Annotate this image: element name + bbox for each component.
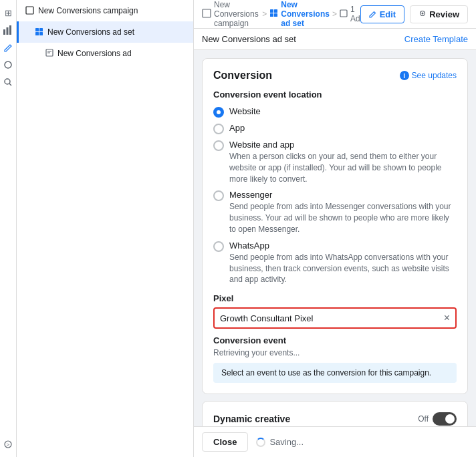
svg-rect-12 — [39, 32, 43, 35]
radio-app[interactable]: App — [213, 123, 457, 134]
grid-icon[interactable]: ⊞ — [1, 5, 15, 20]
radio-app-label-group: App — [229, 123, 245, 133]
edit-button[interactable]: Edit — [360, 5, 405, 23]
svg-line-5 — [9, 84, 11, 86]
sidebar-icons: ⊞ > — [0, 0, 17, 457]
adset-name-display: New Conversions ad set — [202, 34, 296, 44]
svg-rect-11 — [35, 32, 39, 35]
dynamic-creative-toggle[interactable] — [433, 412, 457, 426]
breadcrumb-adset-icon — [269, 9, 278, 19]
form-area: Conversion i See updates Conversion even… — [194, 50, 476, 426]
search-icon[interactable] — [1, 75, 15, 90]
radio-messenger[interactable]: Messenger Send people from ads into Mess… — [213, 190, 457, 235]
radio-messenger-label: Messenger — [229, 190, 457, 200]
radio-website-app-btn[interactable] — [213, 140, 224, 151]
radio-whatsapp[interactable]: WhatsApp Send people from ads into Whats… — [213, 241, 457, 285]
svg-point-23 — [422, 13, 424, 15]
top-bar-actions: Edit Review — [360, 5, 468, 23]
conversion-event-label: Conversion event — [213, 335, 457, 345]
breadcrumb: New Conversions campaign > New Conversio… — [202, 0, 360, 28]
pixel-clear-button[interactable]: × — [444, 313, 450, 323]
svg-rect-2 — [9, 25, 11, 35]
bar-chart-icon[interactable] — [1, 23, 15, 37]
pixel-label: Pixel — [213, 293, 457, 303]
svg-rect-16 — [203, 9, 211, 17]
svg-rect-0 — [3, 29, 5, 35]
svg-rect-19 — [270, 13, 273, 17]
campaign-label: New Conversions campaign — [38, 6, 174, 15]
saving-label: Saving... — [269, 437, 304, 447]
radio-whatsapp-label: WhatsApp — [229, 241, 457, 251]
close-button[interactable]: Close — [202, 432, 248, 452]
adset-name-bar: New Conversions ad set Create Template — [194, 29, 476, 50]
dynamic-creative-header: Dynamic creative Off — [213, 412, 457, 426]
radio-messenger-desc: Send people from ads into Messenger conv… — [229, 201, 457, 235]
campaign-tree-item[interactable]: New Conversions campaign ··· — [17, 0, 193, 21]
breadcrumb-adset[interactable]: New Conversions ad set — [281, 0, 330, 28]
main-content: New Conversions campaign > New Conversio… — [194, 0, 476, 457]
radio-website-app-label: Website and app — [229, 140, 457, 150]
radio-app-label: App — [229, 123, 245, 133]
review-button[interactable]: Review — [410, 5, 468, 23]
create-template-link[interactable]: Create Template — [404, 34, 468, 44]
expand-icon[interactable]: > — [1, 437, 15, 452]
svg-rect-21 — [340, 10, 347, 17]
breadcrumb-ad-icon — [340, 9, 348, 19]
retrieving-text: Retrieving your events... — [213, 348, 457, 357]
breadcrumb-campaign[interactable]: New Conversions campaign — [214, 0, 259, 28]
breadcrumb-ad[interactable]: 1 Ad — [350, 5, 360, 23]
pixel-input-wrapper[interactable]: Growth Consultant Pixel × — [213, 307, 457, 329]
radio-website-label: Website — [229, 106, 261, 116]
radio-messenger-label-group: Messenger Send people from ads into Mess… — [229, 190, 457, 235]
radio-whatsapp-label-group: WhatsApp Send people from ads into Whats… — [229, 241, 457, 285]
breadcrumb-sep-2: > — [332, 9, 337, 19]
radio-website-label-group: Website — [229, 106, 261, 116]
toggle-wrapper: Off — [418, 412, 457, 426]
radio-website-app[interactable]: Website and app When a person clicks on … — [213, 140, 457, 184]
conversion-card: Conversion i See updates Conversion even… — [202, 58, 468, 394]
svg-text:>: > — [7, 442, 10, 448]
top-bar: New Conversions campaign > New Conversio… — [194, 0, 476, 29]
saving-spinner — [256, 438, 265, 447]
adset-icon — [35, 27, 43, 37]
conversion-info-box: Select an event to use as the conversion… — [213, 363, 457, 383]
pixel-value: Growth Consultant Pixel — [220, 313, 313, 323]
saving-wrapper: Saving... — [256, 437, 304, 447]
breadcrumb-sep-1: > — [262, 9, 267, 19]
radio-website[interactable]: Website — [213, 106, 457, 118]
campaign-icon — [25, 6, 34, 16]
radio-whatsapp-desc: Send people from ads into WhatsApp conve… — [229, 252, 457, 285]
svg-rect-17 — [270, 9, 273, 13]
pencil-icon[interactable] — [1, 40, 15, 55]
radio-website-app-desc: When a person clicks on your ad, send th… — [229, 151, 457, 184]
ad-tree-item[interactable]: New Conversions ad ··· — [17, 43, 193, 64]
info-circle-icon: i — [400, 71, 409, 80]
bottom-bar: Close Saving... — [194, 426, 476, 457]
breadcrumb-page-icon — [202, 9, 211, 20]
radio-app-btn[interactable] — [213, 124, 224, 134]
campaign-tree-panel: New Conversions campaign ··· New Convers… — [17, 0, 194, 457]
svg-rect-1 — [7, 27, 9, 35]
radio-website-btn[interactable] — [213, 107, 224, 118]
dynamic-creative-card: Dynamic creative Off Provide creative el… — [202, 401, 468, 426]
svg-rect-10 — [39, 28, 43, 31]
svg-rect-20 — [274, 13, 277, 17]
toggle-off-label: Off — [418, 414, 429, 424]
dynamic-creative-title: Dynamic creative — [213, 414, 290, 424]
pixel-section: Pixel Growth Consultant Pixel × Conversi… — [213, 293, 457, 383]
radio-messenger-btn[interactable] — [213, 190, 224, 201]
conversion-card-header: Conversion i See updates — [213, 69, 457, 82]
svg-rect-9 — [35, 28, 39, 31]
svg-rect-18 — [274, 9, 277, 13]
conversion-event-location-label: Conversion event location — [213, 90, 457, 100]
conversion-card-title: Conversion — [213, 69, 272, 82]
see-updates-link[interactable]: i See updates — [400, 71, 457, 80]
svg-rect-8 — [26, 7, 33, 14]
svg-point-4 — [5, 79, 10, 84]
adset-label: New Conversions ad set — [47, 27, 174, 37]
adset-tree-item[interactable]: New Conversions ad set ··· — [17, 21, 193, 43]
radio-whatsapp-btn[interactable] — [213, 241, 224, 252]
circle-icon[interactable] — [1, 57, 15, 72]
svg-point-3 — [5, 61, 11, 68]
ad-label: New Conversions ad — [57, 49, 174, 58]
